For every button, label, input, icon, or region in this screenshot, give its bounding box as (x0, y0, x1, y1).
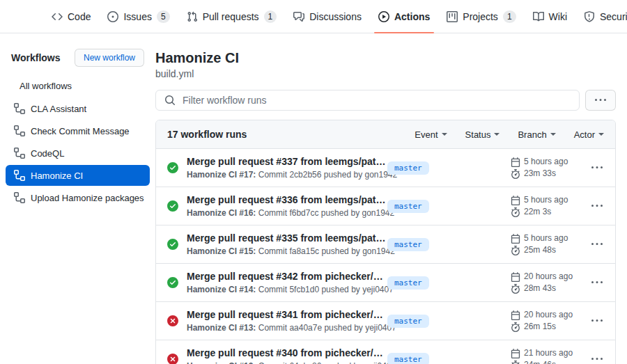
run-status-icon (167, 162, 178, 173)
run-commit-detail: Commit fa8a15c pushed by gon1942 (258, 246, 395, 256)
status-filter-dropdown[interactable]: Status (465, 129, 500, 140)
run-duration-line: 23m 33s (511, 168, 589, 180)
new-workflow-button[interactable]: New workflow (75, 49, 144, 67)
run-time: 20 hours ago (524, 309, 573, 321)
filter-workflow-runs-input[interactable] (181, 94, 571, 106)
branch-badge[interactable]: master (387, 276, 429, 290)
branch-filter-dropdown[interactable]: Branch (518, 129, 555, 140)
sidebar-item-upload-hamonize-packages[interactable]: Upload Hamonize packages (6, 187, 150, 208)
run-commit-detail: Commit 64abc86 pushed by yeji0407 (258, 361, 396, 364)
run-options-button[interactable] (591, 239, 604, 250)
workflow-run-row[interactable]: Merge pull request #336 from leemgs/patc… (156, 187, 615, 225)
branch-badge[interactable]: master (387, 238, 429, 251)
run-subtitle: Hamonize CI #15: Commit fa8a15c pushed b… (187, 246, 387, 258)
tab-label: Actions (394, 11, 430, 22)
run-subtitle: Hamonize CI #13: Commit aa40a7e pushed b… (187, 322, 387, 334)
sidebar-item-check-commit-message[interactable]: Check Commit Message (6, 120, 150, 141)
run-branch-cell: master (387, 353, 511, 364)
run-time-line: 20 hours ago (511, 309, 589, 321)
run-duration: 28m 43s (524, 283, 556, 294)
run-time-line: 5 hours ago (511, 156, 589, 168)
branch-badge[interactable]: master (387, 200, 429, 213)
run-title[interactable]: Merge pull request #336 from leemgs/patc… (187, 193, 387, 207)
workflow-run-row[interactable]: Merge pull request #335 from leemgs/patc… (156, 225, 615, 263)
kebab-horizontal-icon (591, 200, 603, 212)
workflow-file-name: build.yml (155, 68, 616, 79)
run-status-icon (167, 239, 178, 250)
tab-code[interactable]: Code (45, 0, 98, 33)
stopwatch-icon (511, 322, 520, 332)
sidebar-item-codeql[interactable]: CodeQL (6, 143, 150, 164)
kebab-horizontal-icon (591, 162, 603, 173)
sidebar-item-all-workflows[interactable]: All workflows (11, 77, 144, 95)
run-options-button[interactable] (591, 200, 604, 212)
branch-badge[interactable]: master (387, 353, 429, 364)
run-title[interactable]: Merge pull request #341 from pichecker/m… (187, 308, 387, 322)
run-title[interactable]: Merge pull request #340 from pichecker/m… (187, 347, 387, 360)
branch-badge[interactable]: master (387, 315, 429, 328)
run-options-button[interactable] (591, 277, 604, 288)
workflow-runs-list: Merge pull request #337 from leemgs/patc… (156, 148, 615, 364)
tab-label: Issues (123, 11, 151, 22)
calendar-icon (511, 272, 520, 282)
tab-pull-requests[interactable]: Pull requests 1 (180, 0, 284, 33)
workflow-run-row[interactable]: Merge pull request #342 from pichecker/m… (156, 263, 615, 301)
run-branch-cell: master (387, 315, 511, 328)
sidebar-item-label: CodeQL (31, 148, 64, 159)
run-duration-line: 28m 43s (511, 283, 589, 294)
page-title: Hamonize CI (155, 49, 616, 67)
workflow-icon (14, 103, 25, 114)
event-filter-dropdown[interactable]: Event (415, 129, 447, 140)
git-pull-request-icon (187, 11, 198, 22)
tab-issues[interactable]: Issues 5 (100, 0, 176, 33)
tab-discussions[interactable]: Discussions (286, 0, 369, 33)
tab-security[interactable]: Security 130 (577, 0, 627, 33)
calendar-icon (511, 349, 520, 358)
issues-count-badge: 5 (157, 10, 170, 23)
run-options-button[interactable] (591, 315, 604, 326)
workflow-run-row[interactable]: Merge pull request #337 from leemgs/patc… (156, 148, 615, 187)
run-title[interactable]: Merge pull request #342 from pichecker/m… (187, 270, 387, 283)
actor-filter-dropdown[interactable]: Actor (574, 129, 604, 140)
run-title[interactable]: Merge pull request #337 from leemgs/patc… (187, 155, 387, 168)
sidebar-item-hamonize-ci[interactable]: Hamonize CI (6, 165, 150, 186)
workflow-options-button[interactable] (585, 90, 616, 111)
workflow-run-row[interactable]: Merge pull request #341 from pichecker/m… (156, 301, 615, 340)
tab-label: Pull requests (203, 11, 259, 22)
run-title[interactable]: Merge pull request #335 from leemgs/patc… (187, 232, 387, 245)
calendar-icon (511, 196, 520, 205)
calendar-icon (511, 157, 520, 167)
workflows-sidebar: Workflows New workflow All workflows CLA… (0, 33, 155, 209)
kebab-horizontal-icon (595, 95, 606, 106)
run-workflow-name: Hamonize CI #14: (187, 285, 256, 294)
run-commit-detail: Commit 2cb2b56 pushed by gon1942 (258, 170, 397, 180)
run-time: 5 hours ago (524, 156, 568, 168)
sidebar-item-label: CLA Assistant (31, 104, 86, 114)
run-subtitle: Hamonize CI #16: Commit f6bd7cc pushed b… (187, 207, 387, 219)
tab-wiki[interactable]: Wiki (526, 0, 574, 33)
sidebar-header: Workflows New workflow (11, 49, 144, 67)
workflow-run-row[interactable]: Merge pull request #340 from pichecker/m… (156, 340, 615, 364)
run-options-button[interactable] (591, 354, 604, 364)
kebab-horizontal-icon (591, 277, 603, 288)
pull-requests-count-badge: 1 (264, 10, 277, 23)
book-icon (533, 11, 544, 22)
check-circle-icon (167, 162, 178, 173)
branch-badge[interactable]: master (387, 161, 429, 175)
runs-filters: Event Status Branch Actor (415, 129, 604, 140)
x-circle-icon (167, 315, 178, 326)
run-options-button[interactable] (591, 162, 604, 173)
run-time-line: 20 hours ago (511, 271, 589, 283)
workflow-icon (14, 192, 25, 203)
code-icon (52, 11, 63, 22)
tab-label: Discussions (309, 11, 362, 22)
issue-opened-icon (107, 11, 118, 22)
x-circle-icon (167, 354, 178, 364)
run-time: 20 hours ago (524, 271, 573, 283)
sidebar-item-cla-assistant[interactable]: CLA Assistant (6, 98, 150, 119)
tab-actions[interactable]: Actions (371, 0, 437, 33)
tab-label: Code (68, 11, 91, 22)
run-time-line: 5 hours ago (511, 194, 589, 206)
run-status-icon (167, 200, 178, 212)
tab-projects[interactable]: Projects 1 (440, 0, 522, 33)
